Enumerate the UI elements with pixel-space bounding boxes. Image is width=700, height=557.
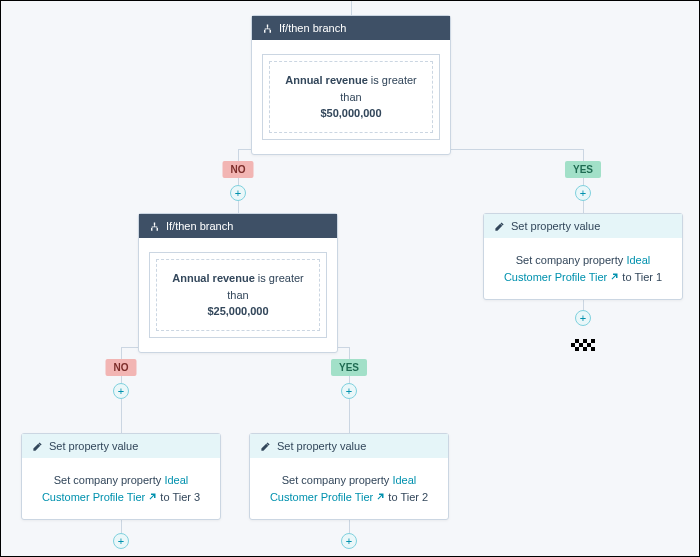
action-tier: Tier 2 — [400, 491, 428, 503]
external-link-icon — [148, 492, 157, 501]
action-tier: Tier 3 — [172, 491, 200, 503]
chip-yes: YES — [565, 161, 601, 178]
action-body: Set company property Ideal Customer Prof… — [22, 458, 220, 519]
branch-body: Annual revenue is greater than $25,000,0… — [139, 238, 337, 352]
condition-field: Annual revenue — [285, 74, 368, 86]
action-to: to — [622, 271, 631, 283]
action-header: Set property value — [22, 434, 220, 458]
action-title: Set property value — [277, 440, 366, 452]
edit-icon — [494, 221, 505, 232]
action-title: Set property value — [511, 220, 600, 232]
action-card-tier1[interactable]: Set property value Set company property … — [483, 213, 683, 300]
edit-icon — [260, 441, 271, 452]
branch-header: If/then branch — [252, 16, 450, 40]
branch-title: If/then branch — [166, 220, 233, 232]
external-link-icon — [610, 272, 619, 281]
action-body: Set company property Ideal Customer Prof… — [484, 238, 682, 299]
branch-icon — [262, 23, 273, 34]
action-card-tier3[interactable]: Set property value Set company property … — [21, 433, 221, 520]
branch-card-1[interactable]: If/then branch Annual revenue is greater… — [251, 15, 451, 155]
add-step-button[interactable]: + — [575, 310, 591, 326]
edit-icon — [32, 441, 43, 452]
action-tier: Tier 1 — [634, 271, 662, 283]
branch-body: Annual revenue is greater than $50,000,0… — [252, 40, 450, 154]
action-prefix: Set company property — [282, 474, 390, 486]
branch-icon — [149, 221, 160, 232]
branch-card-2[interactable]: If/then branch Annual revenue is greater… — [138, 213, 338, 353]
condition-field: Annual revenue — [172, 272, 255, 284]
action-header: Set property value — [484, 214, 682, 238]
add-step-button[interactable]: + — [575, 185, 591, 201]
chip-no: NO — [223, 161, 254, 178]
condition-value: $50,000,000 — [320, 107, 381, 119]
add-step-button[interactable]: + — [113, 383, 129, 399]
branch-title: If/then branch — [279, 22, 346, 34]
action-card-tier2[interactable]: Set property value Set company property … — [249, 433, 449, 520]
end-flag — [571, 339, 595, 351]
add-step-button[interactable]: + — [341, 383, 357, 399]
add-step-button[interactable]: + — [341, 533, 357, 549]
add-step-button[interactable]: + — [113, 533, 129, 549]
action-title: Set property value — [49, 440, 138, 452]
action-prefix: Set company property — [54, 474, 162, 486]
chip-yes: YES — [331, 359, 367, 376]
condition-value: $25,000,000 — [207, 305, 268, 317]
action-header: Set property value — [250, 434, 448, 458]
action-body: Set company property Ideal Customer Prof… — [250, 458, 448, 519]
branch-header: If/then branch — [139, 214, 337, 238]
chip-no: NO — [106, 359, 137, 376]
action-to: to — [388, 491, 397, 503]
add-step-button[interactable]: + — [230, 185, 246, 201]
action-prefix: Set company property — [516, 254, 624, 266]
action-to: to — [160, 491, 169, 503]
external-link-icon — [376, 492, 385, 501]
